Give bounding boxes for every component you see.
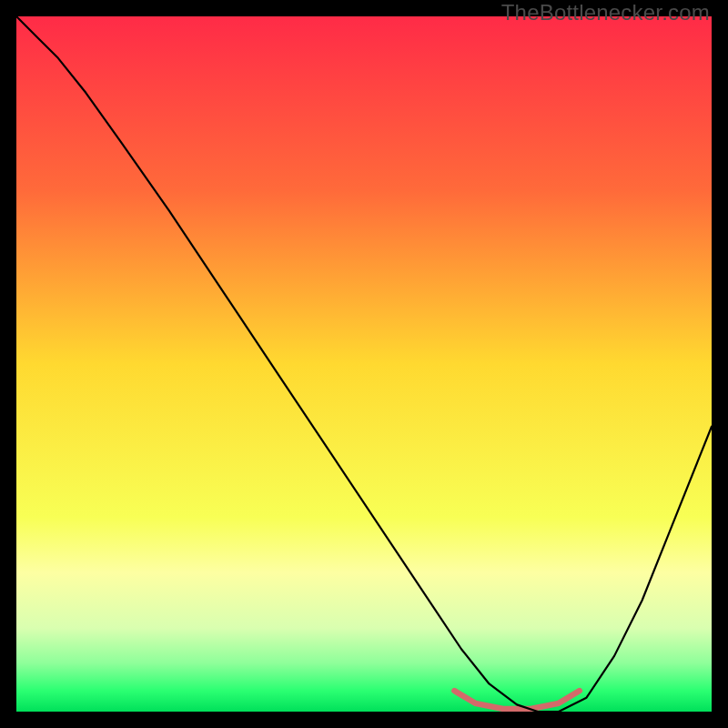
chart-frame xyxy=(16,16,712,712)
watermark-text: TheBottlenecker.com xyxy=(501,0,710,25)
gradient-background xyxy=(16,16,712,712)
bottleneck-chart xyxy=(16,16,712,712)
